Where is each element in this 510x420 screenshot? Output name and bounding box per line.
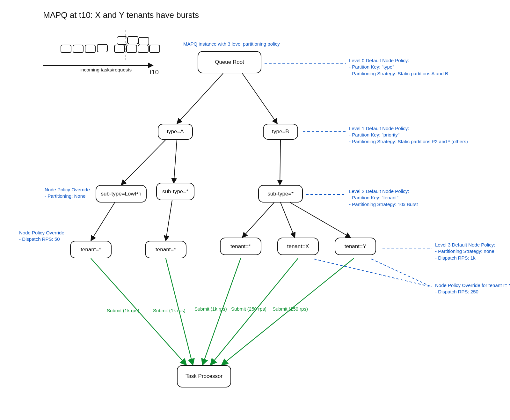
node-type-b: type=B — [263, 124, 298, 140]
submit-label-1: Submit (1k rps) — [107, 308, 139, 313]
node-label: sub-type=LowPri — [101, 191, 141, 197]
diagram-stage: MAPQ at t10: X and Y tenants have bursts — [0, 0, 510, 420]
svg-line-10 — [280, 203, 295, 238]
node-label: Task Processor — [186, 373, 222, 379]
svg-line-3 — [242, 73, 277, 124]
task-rect — [85, 45, 96, 53]
annotation-level1: Level 1 Default Node Policy: - Partition… — [349, 125, 468, 145]
node-task-processor: Task Processor — [177, 365, 231, 387]
node-queue-root: Queue Root — [198, 51, 261, 73]
submit-label-5: Submit (250 rps) — [273, 306, 308, 312]
node-subtype-star-b: sub-type=* — [258, 185, 303, 203]
diagram-title: MAPQ at t10: X and Y tenants have bursts — [43, 10, 199, 20]
incoming-label: incoming tasks/requests — [80, 67, 132, 72]
node-label: type=A — [167, 129, 184, 135]
annotation-top: MAPQ instance with 3 level partitioning … — [183, 41, 280, 47]
svg-line-14 — [202, 258, 241, 365]
node-tenant-y: tenant=Y — [335, 238, 376, 255]
node-subtype-lowpri: sub-type=LowPri — [96, 185, 147, 203]
submit-label-4: Submit (250 rps) — [231, 306, 266, 312]
task-rect — [149, 45, 160, 53]
annotation-override-tenant: Node Policy Override for tenant != * - D… — [435, 282, 510, 295]
node-label: tenant=* — [230, 243, 251, 250]
task-rect — [138, 45, 149, 53]
task-rect — [126, 45, 137, 53]
task-rect — [117, 36, 127, 45]
annotation-level3: Level 3 Default Node Policy: - Partition… — [435, 242, 495, 261]
node-label: tenant=X — [287, 243, 309, 250]
node-subtype-star-a: sub-type=* — [156, 183, 194, 200]
node-type-a: type=A — [158, 124, 193, 140]
annotation-level2: Level 2 Default Node Policy: - Partition… — [349, 188, 418, 208]
svg-line-9 — [242, 203, 274, 238]
node-label: sub-type=* — [267, 191, 294, 197]
task-rect — [73, 45, 84, 53]
svg-line-2 — [177, 73, 223, 124]
svg-line-4 — [121, 140, 166, 185]
svg-line-11 — [290, 203, 351, 238]
node-tenant-star-1: tenant=* — [70, 241, 112, 258]
svg-line-7 — [91, 203, 115, 241]
svg-line-5 — [174, 140, 177, 183]
node-tenant-x: tenant=X — [277, 238, 319, 255]
submit-label-3: Submit (1k rps) — [194, 306, 227, 312]
task-rect — [114, 45, 125, 53]
task-rect — [127, 36, 138, 44]
task-rect — [97, 44, 108, 52]
annotation-override-left: Node Policy Override - Partitioning: Non… — [45, 187, 90, 200]
svg-line-21 — [314, 259, 432, 287]
node-label: Queue Root — [215, 59, 244, 65]
svg-line-8 — [166, 200, 172, 241]
node-label: tenant=* — [156, 247, 176, 253]
svg-line-22 — [371, 259, 432, 287]
task-rect — [61, 45, 71, 53]
node-tenant-star-3: tenant=* — [220, 238, 261, 255]
submit-label-2: Submit (1k rps) — [153, 308, 186, 313]
node-label: type=B — [272, 129, 289, 135]
svg-line-6 — [280, 140, 280, 185]
time-marker: t10 — [150, 69, 159, 76]
svg-line-15 — [210, 258, 298, 365]
annotation-level0: Level 0 Default Node Policy: - Partition… — [349, 57, 448, 77]
node-tenant-star-2: tenant=* — [145, 241, 186, 258]
node-label: tenant=* — [81, 247, 101, 253]
annotation-override-rps50: Node Policy Override - Dispatch RPS: 50 — [19, 230, 64, 243]
task-rect — [138, 37, 149, 45]
node-label: tenant=Y — [345, 243, 367, 250]
svg-line-16 — [222, 258, 354, 365]
node-label: sub-type=* — [162, 188, 188, 195]
